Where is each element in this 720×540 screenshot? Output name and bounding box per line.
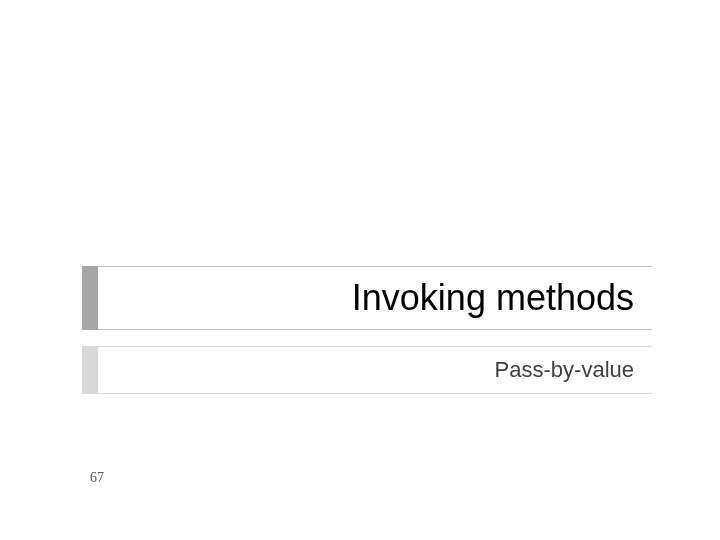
title-accent-bar (82, 266, 98, 330)
slide-subtitle: Pass-by-value (495, 357, 634, 383)
page-number: 67 (90, 470, 104, 486)
slide-title: Invoking methods (352, 277, 634, 319)
subtitle-accent-bar (82, 346, 98, 394)
title-bar: Invoking methods (82, 266, 652, 330)
subtitle-content: Pass-by-value (98, 346, 652, 394)
slide-container: Invoking methods Pass-by-value 67 (0, 0, 720, 540)
subtitle-bar: Pass-by-value (82, 346, 652, 394)
title-content: Invoking methods (98, 266, 652, 330)
